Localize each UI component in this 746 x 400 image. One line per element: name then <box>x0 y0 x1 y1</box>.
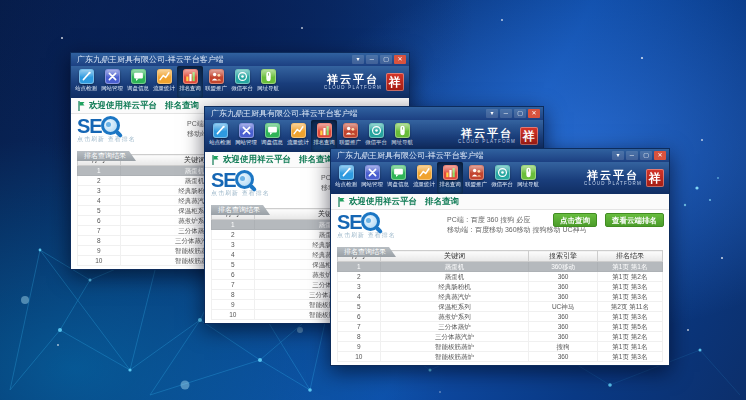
window-titlebar[interactable]: 广东九鼎王厨具有限公司-祥云平台客户端 ▾ ─ ▢ ✕ <box>71 53 409 66</box>
maximize-button[interactable]: ▢ <box>640 151 652 160</box>
cell-result: 第1页 第3名 <box>597 282 662 292</box>
table-row[interactable]: 8三分体蒸汽炉360第1页 第2名 <box>338 332 663 342</box>
toolbar-item-label: 微信平台 <box>365 139 387 144</box>
toolbar-item-promotion[interactable]: 联盟推广 <box>203 66 229 98</box>
table-row[interactable]: 2蒸蛋机360第1页 第2名 <box>338 272 663 282</box>
wechat-icon <box>369 123 384 138</box>
toolbar-item-site-manage[interactable]: 网站管理 <box>233 120 259 152</box>
toolbar-item-inquiry[interactable]: 询盘信息 <box>125 66 151 98</box>
minimize-button[interactable]: ─ <box>626 151 638 160</box>
toolbar-item-ranking[interactable]: 排名查询 <box>177 66 203 98</box>
skin-button[interactable]: ▾ <box>612 151 624 160</box>
cell-keyword: 智能板筋蒸炉 <box>380 352 529 362</box>
toolbar-item-nav[interactable]: 网址导航 <box>255 66 281 98</box>
skin-button[interactable]: ▾ <box>486 109 498 118</box>
traffic-icon <box>157 69 172 84</box>
tab-ranking-results[interactable]: 排名查询结果 <box>337 247 396 257</box>
cell-engine: 360 <box>529 272 597 282</box>
cell-result: 第1页 第3名 <box>597 292 662 302</box>
section-title: 排名查询 <box>425 194 459 209</box>
maximize-button[interactable]: ▢ <box>380 55 392 64</box>
table-row[interactable]: 5保温柜系列UC神马第2页 第11名 <box>338 302 663 312</box>
cell-keyword: 蒸蛋机 <box>380 272 529 282</box>
welcome-text: 欢迎使用祥云平台 <box>349 194 417 209</box>
result-tab-row: 排名查询结果 <box>331 240 669 250</box>
seo-logo: SE 点击刷新 查看排名 <box>211 170 311 198</box>
cell-no: 2 <box>212 230 255 240</box>
table-row[interactable]: 3经典肠粉机360第1页 第3名 <box>338 282 663 292</box>
table-row[interactable]: 10智能板筋蒸炉360第1页 第3名 <box>338 352 663 362</box>
toolbar-item-promotion[interactable]: 联盟推广 <box>463 162 489 194</box>
toolbar-item-wechat[interactable]: 微信平台 <box>489 162 515 194</box>
cell-engine: 360 <box>529 352 597 362</box>
cell-no: 9 <box>212 300 255 310</box>
window-titlebar[interactable]: 广东九鼎王厨具有限公司-祥云平台客户端 ▾ ─ ▢ ✕ <box>331 149 669 162</box>
table-row[interactable]: 6蒸煮炉系列360第1页 第3名 <box>338 312 663 322</box>
cell-keyword: 智能板筋蒸炉 <box>380 342 529 352</box>
site-check-icon <box>339 165 354 180</box>
table-row[interactable]: 4经典蒸汽炉360第1页 第3名 <box>338 292 663 302</box>
maximize-button[interactable]: ▢ <box>514 109 526 118</box>
cell-no: 8 <box>212 290 255 300</box>
toolbar-item-traffic[interactable]: 流量统计 <box>411 162 437 194</box>
window-titlebar[interactable]: 广东九鼎王厨具有限公司-祥云平台客户端 ▾ ─ ▢ ✕ <box>205 107 543 120</box>
toolbar-item-nav[interactable]: 网址导航 <box>515 162 541 194</box>
flag-icon <box>212 155 219 165</box>
toolbar-item-label: 联盟推广 <box>205 85 227 90</box>
cell-no: 4 <box>212 250 255 260</box>
app-window-front: 广东九鼎王厨具有限公司-祥云平台客户端 ▾ ─ ▢ ✕ 站点检测网站管理询盘信息… <box>330 148 670 366</box>
cell-no: 3 <box>212 240 255 250</box>
ranking-icon <box>317 123 332 138</box>
ranking-table-body: 1蒸蛋机360移动第1页 第1名2蒸蛋机360第1页 第2名3经典肠粉机360第… <box>338 262 663 362</box>
toolbar-item-wechat[interactable]: 微信平台 <box>229 66 255 98</box>
toolbar-item-inquiry[interactable]: 询盘信息 <box>259 120 285 152</box>
close-button[interactable]: ✕ <box>528 109 540 118</box>
toolbar-item-ranking[interactable]: 排名查询 <box>437 162 463 194</box>
site-manage-icon <box>239 123 254 138</box>
view-cloud-ranking-button[interactable]: 查看云端排名 <box>605 213 664 227</box>
cell-no: 9 <box>78 246 121 256</box>
column-header: 搜索引擎 <box>529 251 597 262</box>
cell-engine: 360 <box>529 332 597 342</box>
toolbar-item-traffic[interactable]: 流量统计 <box>285 120 311 152</box>
cell-no: 4 <box>338 292 381 302</box>
table-row[interactable]: 9智能板筋蒸炉搜狗第1页 第1名 <box>338 342 663 352</box>
minimize-button[interactable]: ─ <box>366 55 378 64</box>
window-controls: ▾ ─ ▢ ✕ <box>612 151 666 160</box>
table-row[interactable]: 7三分体蒸炉360第1页 第5名 <box>338 322 663 332</box>
toolbar-item-site-check[interactable]: 站点检测 <box>207 120 233 152</box>
toolbar-item-site-manage[interactable]: 网站管理 <box>359 162 385 194</box>
cell-result: 第1页 第3名 <box>597 352 662 362</box>
welcome-text: 欢迎使用祥云平台 <box>89 98 157 113</box>
toolbar-item-traffic[interactable]: 流量统计 <box>151 66 177 98</box>
close-button[interactable]: ✕ <box>654 151 666 160</box>
close-button[interactable]: ✕ <box>394 55 406 64</box>
skin-button[interactable]: ▾ <box>352 55 364 64</box>
toolbar-item-label: 微信平台 <box>491 181 513 186</box>
cell-result: 第1页 第5名 <box>597 322 662 332</box>
toolbar-item-label: 站点检测 <box>335 181 357 186</box>
brand-name: 祥云平台 <box>584 170 642 181</box>
magnifier-icon <box>361 212 380 231</box>
table-row[interactable]: 1蒸蛋机360移动第1页 第1名 <box>338 262 663 272</box>
toolbar-item-site-check[interactable]: 站点检测 <box>73 66 99 98</box>
toolbar-item-inquiry[interactable]: 询盘信息 <box>385 162 411 194</box>
toolbar-item-site-manage[interactable]: 网站管理 <box>99 66 125 98</box>
toolbar-item-site-check[interactable]: 站点检测 <box>333 162 359 194</box>
query-button[interactable]: 点击查询 <box>553 213 597 227</box>
cell-no: 1 <box>338 262 381 272</box>
brand-logo: 祥 <box>646 169 664 187</box>
cell-no: 1 <box>212 220 255 230</box>
tab-ranking-results[interactable]: 排名查询结果 <box>77 151 136 161</box>
minimize-button[interactable]: ─ <box>500 109 512 118</box>
site-manage-icon <box>105 69 120 84</box>
brand-text: 祥云平台 CLOUD PLATFORM <box>458 128 516 144</box>
tab-ranking-results[interactable]: 排名查询结果 <box>211 205 270 215</box>
cell-result: 第1页 第2名 <box>597 272 662 282</box>
wechat-icon <box>235 69 250 84</box>
toolbar-item-label: 联盟推广 <box>465 181 487 186</box>
cell-no: 10 <box>212 310 255 320</box>
cell-no: 2 <box>78 176 121 186</box>
cell-engine: 360 <box>529 312 597 322</box>
seo-logo-caption: 点击刷新 查看排名 <box>337 232 437 238</box>
